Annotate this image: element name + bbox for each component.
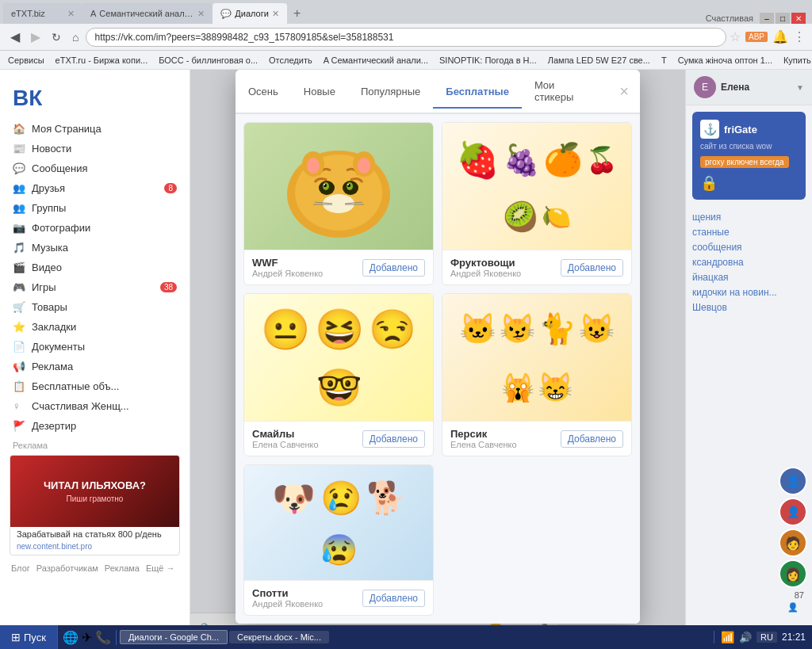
tab-semantics[interactable]: A Семантический анализ тек... ✕: [82, 3, 213, 24]
sticker-pack-fruits-add-button[interactable]: Добавлено: [561, 259, 623, 277]
right-item-2[interactable]: сообщения: [692, 241, 806, 254]
taskbar-item-secrets[interactable]: Секреты.docx - Mic...: [229, 631, 329, 643]
close-button[interactable]: ✕: [791, 13, 806, 24]
bookmark-boss[interactable]: БОСС - биллинговая о...: [155, 55, 261, 66]
taskbar-skype-icon[interactable]: 📞: [95, 630, 111, 645]
tab-dialogi-close[interactable]: ✕: [272, 9, 279, 19]
sticker-pack-cats-add-button[interactable]: Добавлено: [561, 430, 623, 448]
bookmark-etxt[interactable]: eTXT.ru - Биржа копи...: [52, 55, 151, 66]
vk-nav-item-happy[interactable]: ♀ Счастливая Женщ...: [0, 396, 190, 416]
sticker-pack-dogs[interactable]: 🐶 😢 🐕 😰 Спотти Андрей Яковенко Добавлено: [243, 464, 434, 616]
sticker-pack-fruits[interactable]: 🍓 🍇 🍊 🍒 🥝 🍋 Фруктовощи Андрей Яковенко: [442, 122, 632, 285]
tray-speaker-icon[interactable]: 🔊: [739, 632, 752, 643]
bookmark-t[interactable]: Т: [658, 55, 670, 66]
sticker-tab-free[interactable]: Бесплатные: [433, 76, 522, 109]
bookmark-sinoptik[interactable]: SINOPTIK: Погода в Н...: [436, 55, 540, 66]
tab-semantics-close[interactable]: ✕: [197, 9, 205, 19]
vk-nav-item-friends[interactable]: 👥 Друзья 8: [0, 178, 190, 198]
vk-nav-item-docs[interactable]: 📄 Документы: [0, 337, 190, 357]
bookmark-sumka[interactable]: Сумка жіноча оптон 1...: [675, 55, 776, 66]
bookmark-lampa[interactable]: Лампа LED 5W E27 све...: [545, 55, 653, 66]
video-label: Видео: [32, 262, 62, 273]
start-button[interactable]: ⊞ Пуск: [0, 625, 58, 649]
footer-blog[interactable]: Блог: [11, 563, 30, 573]
sticker-tab-novye[interactable]: Новые: [291, 76, 348, 109]
friends-label: Друзья: [32, 182, 65, 194]
sticker-pack-smileys[interactable]: 😐 😆 😒 🤓 Смайлы Елена Савченко Добавлено: [243, 293, 434, 456]
bell-icon[interactable]: 🔔: [772, 29, 788, 44]
vk-ad-block[interactable]: ЧИТАЛ ИЛЬЯХОВА? Пиши грамотно Зарабатыва…: [10, 455, 180, 555]
vk-nav-item-groups[interactable]: 👥 Группы: [0, 198, 190, 218]
star-icon[interactable]: ☆: [730, 29, 741, 44]
bookmark-otsledit[interactable]: Отследить: [266, 55, 316, 66]
sticker-pack-smileys-add-button[interactable]: Добавлено: [362, 430, 425, 448]
right-panel-arrow[interactable]: ▼: [796, 83, 804, 92]
scroll-icon: 👤: [779, 602, 807, 613]
vk-nav-item-messages[interactable]: 💬 Сообщения: [0, 158, 190, 178]
avatar-2[interactable]: 👤: [779, 498, 807, 526]
adp-icon[interactable]: ABP: [745, 32, 768, 42]
vk-ad-desc: Зарабатывай на статьях 800 р/день: [10, 527, 179, 541]
avatar-3[interactable]: 🧑: [779, 529, 807, 557]
vk-logo-icon[interactable]: ВК: [13, 86, 42, 110]
tab-etxt-close[interactable]: ✕: [67, 9, 75, 19]
right-item-5[interactable]: кидочки на новин...: [692, 286, 806, 299]
footer-dev[interactable]: Разработчикам: [36, 563, 98, 573]
sticker-pack-dogs-add-button[interactable]: Добавлено: [362, 590, 425, 607]
vk-nav-item-games[interactable]: 🎮 Игры 38: [0, 277, 190, 297]
sticker-overlay[interactable]: Осень Новые Популярные Бесплатные Мои ст…: [190, 70, 685, 647]
sticker-pack-cats[interactable]: 🐱 😼 🐈 😺 🙀 😸 Персик Елена Савченко: [442, 293, 632, 456]
vk-ad-url[interactable]: new.content.binet.pro: [10, 541, 179, 555]
new-tab-button[interactable]: +: [287, 3, 307, 24]
avatar-1[interactable]: 👤: [779, 467, 807, 495]
dialog-close-button[interactable]: ×: [608, 74, 640, 109]
vk-nav-item-deserter[interactable]: 🚩 Дезертир: [0, 416, 190, 436]
right-item-1[interactable]: станные: [692, 226, 806, 239]
minimize-button[interactable]: –: [760, 13, 774, 24]
language-button[interactable]: RU: [756, 632, 777, 643]
sticker-pack-smileys-info: Смайлы Елена Савченко Добавлено: [244, 421, 433, 456]
maximize-button[interactable]: □: [776, 13, 790, 24]
tray-network-icon[interactable]: 📶: [721, 631, 734, 643]
taskbar: ⊞ Пуск 🌐 ✈ 📞 Диалоги - Google Ch... Секр…: [0, 625, 812, 649]
vk-nav-item-news[interactable]: 📰 Новости: [0, 139, 190, 158]
sticker-tab-popular[interactable]: Популярные: [348, 76, 433, 109]
avatar-4[interactable]: 👩: [779, 559, 807, 588]
reload-button[interactable]: ↻: [48, 29, 65, 45]
my-stickers-tab[interactable]: Мои стикеры: [522, 70, 608, 113]
right-item-6[interactable]: Шевцов: [692, 301, 806, 314]
vk-nav-item-bookmarks[interactable]: ⭐ Закладки: [0, 317, 190, 337]
bookmarks-icon: ⭐: [13, 321, 25, 333]
address-bar[interactable]: [86, 28, 726, 47]
home-button[interactable]: ⌂: [68, 29, 82, 45]
footer-reklama[interactable]: Реклама: [105, 563, 140, 573]
vk-nav-item-music[interactable]: 🎵 Музыка: [0, 238, 190, 258]
sticker-tab-osen[interactable]: Осень: [236, 76, 291, 109]
vk-nav-item-video[interactable]: 🎬 Видео: [0, 258, 190, 277]
forward-button[interactable]: ▶: [27, 28, 44, 46]
right-item-0[interactable]: щения: [692, 211, 806, 223]
tab-dialogi[interactable]: 💬 Диалоги ✕: [213, 3, 287, 24]
menu-icon[interactable]: ⋮: [793, 29, 806, 44]
footer-more[interactable]: Ещё →: [146, 563, 175, 573]
right-item-3[interactable]: ксандровна: [692, 256, 806, 269]
sticker-pack-fruits-details: Фруктовощи Андрей Яковенко: [450, 257, 521, 278]
back-button[interactable]: ◀: [6, 28, 24, 46]
vk-nav-item-photos[interactable]: 📷 Фотографии: [0, 218, 190, 238]
vk-nav-item-market[interactable]: 🛒 Товары: [0, 297, 190, 317]
vk-nav-item-ads[interactable]: 📢 Реклама: [0, 357, 190, 376]
right-item-4[interactable]: йнацкая: [692, 271, 806, 284]
sticker-pack-dogs-author: Андрей Яковенко: [252, 599, 323, 609]
sticker-pack-wwf-add-button[interactable]: Добавлено: [362, 259, 425, 277]
taskbar-telegram-icon[interactable]: ✈: [82, 630, 92, 645]
bookmark-semantic[interactable]: A Семантический анали...: [320, 55, 431, 66]
tab-etxt[interactable]: eTXT.biz ✕: [3, 3, 82, 24]
vk-nav-item-free[interactable]: 📋 Бесплатные объ...: [0, 376, 190, 396]
taskbar-item-dialogi[interactable]: Диалоги - Google Ch...: [120, 630, 228, 644]
bookmark-rubashka[interactable]: Купить Мужскую Руба...: [780, 55, 812, 66]
sticker-pack-wwf[interactable]: WWF Андрей Яковенко Добавлено: [243, 122, 434, 285]
taskbar-chrome-icon[interactable]: 🌐: [63, 630, 79, 645]
sticker-pack-dogs-name: Спотти: [252, 587, 323, 599]
bookmark-servisy[interactable]: Сервисы: [5, 55, 48, 66]
vk-nav-item-mypage[interactable]: 🏠 Моя Страница: [0, 119, 190, 139]
